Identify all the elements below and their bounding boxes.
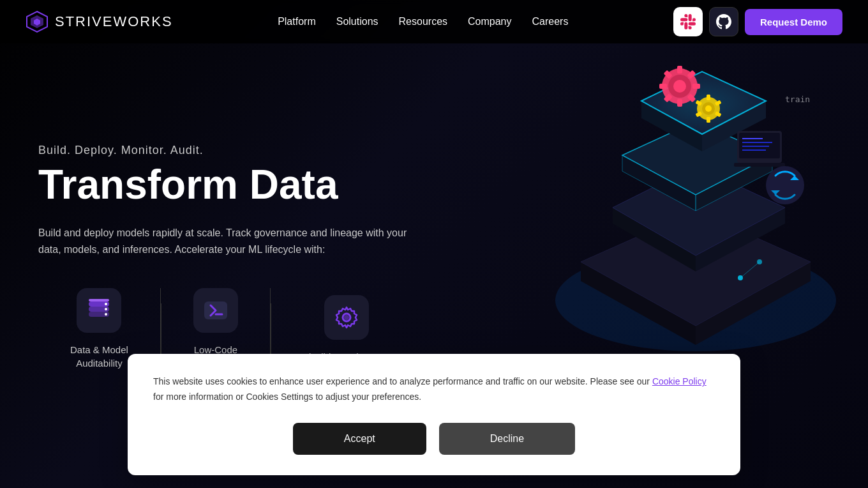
github-icon [716,14,731,29]
cookie-policy-link[interactable]: Cookie Policy [652,376,707,386]
nav-item-careers[interactable]: Careers [532,16,569,27]
request-demo-button[interactable]: Request Demo [745,9,842,35]
github-button[interactable] [709,7,738,36]
svg-rect-39 [692,84,700,89]
navbar: STRIVEWORKS Platform Solutions Resources… [0,0,868,43]
nav-item-resources[interactable]: Resources [399,16,447,27]
hero-content: Build. Deploy. Monitor. Audit. Transform… [38,144,422,370]
svg-rect-60 [734,163,785,167]
svg-point-13 [344,315,349,320]
cookie-text-before: This website uses cookies to enhance use… [153,376,652,386]
database-icon [85,296,113,324]
train-label: train [785,95,810,104]
svg-rect-48 [707,95,710,100]
terminal-icon [202,296,230,324]
nav-item-company[interactable]: Company [468,16,511,27]
logo[interactable]: STRIVEWORKS [26,10,173,33]
slack-icon [680,14,696,29]
slack-button[interactable] [673,7,703,36]
hero-illustration: train [511,32,868,390]
svg-rect-43 [659,84,667,89]
svg-rect-41 [677,99,682,107]
hero-description: Build and deploy models rapidly at scale… [38,225,421,257]
hero-subtitle: Build. Deploy. Monitor. Audit. [38,144,422,157]
svg-point-47 [705,105,712,112]
nav-item-platform[interactable]: Platform [278,16,316,27]
svg-rect-4 [89,299,109,301]
svg-rect-55 [739,133,780,158]
svg-point-8 [105,308,107,310]
svg-point-9 [105,313,107,316]
cookie-text: This website uses cookies to enhance use… [153,374,715,405]
feature-data-model-label: Data & ModelAuditability [70,343,128,370]
data-model-icon-container [77,288,121,333]
nav-links: Platform Solutions Resources Company Car… [278,16,568,27]
cookie-accept-button[interactable]: Accept [293,423,426,455]
svg-point-7 [105,303,107,305]
cookie-text-after: for more information or Cookies Settings… [153,392,421,402]
cookie-banner: This website uses cookies to enhance use… [128,354,740,475]
logo-icon [26,10,49,33]
nav-actions: Request Demo [673,7,842,36]
cookie-decline-button[interactable]: Decline [439,423,575,455]
svg-point-36 [673,80,686,93]
cookie-buttons: Accept Decline [153,423,715,455]
nav-item-solutions[interactable]: Solutions [336,16,378,27]
logo-text: STRIVEWORKS [55,13,173,30]
gear-icon-container [324,295,369,340]
feature-flexible-deploy: Flexible Deployment [271,295,422,363]
gear-icon [333,303,361,332]
hero-title: Transform Data [38,162,422,207]
terminal-icon-container [193,288,238,333]
svg-rect-51 [707,117,710,123]
svg-rect-37 [677,66,682,73]
